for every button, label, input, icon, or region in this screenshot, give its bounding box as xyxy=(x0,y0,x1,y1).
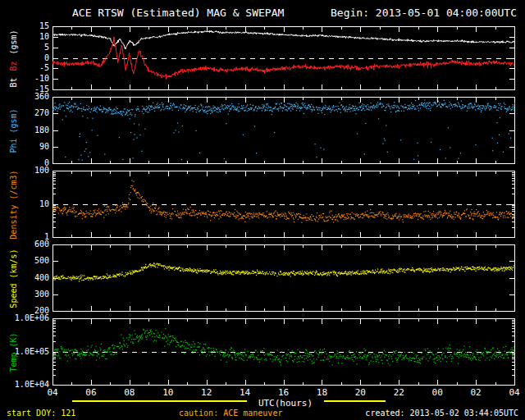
x-tick-label: 12 xyxy=(197,388,217,398)
x-tick-label: 04 xyxy=(504,388,524,398)
panel-ylabel: Temp (K) xyxy=(2,318,25,386)
panel-ylabel: Phi (gsm) xyxy=(2,97,25,164)
panel-ylabel-part: (gsm) xyxy=(9,30,18,54)
panel-ylabel-part: Speed (km/s) xyxy=(9,249,18,308)
x-tick-label: 10 xyxy=(158,388,178,398)
panel-ylabel: Speed (km/s) xyxy=(2,244,25,312)
panel-density-canvas xyxy=(52,171,515,238)
x-tick-label: 14 xyxy=(235,388,255,398)
x-tick-label: 08 xyxy=(120,388,139,398)
footer-start-doy: start DOY: 121 xyxy=(7,409,75,418)
panel-ylabel-part: Phi (gsm) xyxy=(9,108,18,153)
x-tick-label: 22 xyxy=(389,388,409,398)
x-tick-label: 00 xyxy=(427,388,447,398)
maneuver-bar xyxy=(72,400,386,402)
panel-ylabel-part: Bt xyxy=(9,77,18,87)
x-tick-label: 04 xyxy=(43,388,62,398)
panel-ylabel-text: Density (/cm3) xyxy=(9,170,18,239)
panel-mag-canvas xyxy=(52,26,515,90)
footer-created: created: 2013-05-02 03:44:05UTC xyxy=(365,409,518,418)
panel-ylabel-part: Density (/cm3) xyxy=(9,170,18,239)
x-axis-label: UTC(hours) xyxy=(247,398,324,409)
x-tick-label: 16 xyxy=(274,388,294,398)
panel-ylabel: Density (/cm3) xyxy=(2,171,25,238)
x-tick-label: 18 xyxy=(312,388,331,398)
panel-temp-canvas xyxy=(52,318,515,386)
panel-ylabel: BtBz(gsm) xyxy=(2,26,25,90)
ace-rtsw-plot: ACE RTSW (Estimated) MAG & SWEPAM Begin:… xyxy=(0,0,525,420)
panel-speed-canvas xyxy=(52,244,515,312)
x-tick-label: 20 xyxy=(350,388,370,398)
panel-ylabel-text: Temp (K) xyxy=(9,332,18,372)
panel-ylabel-part: Bz xyxy=(9,61,18,71)
x-tick-label: 02 xyxy=(466,388,486,398)
panel-phi-canvas xyxy=(52,97,515,164)
panel-ylabel-part: Temp (K) xyxy=(9,332,18,372)
x-tick-label: 06 xyxy=(81,388,101,398)
footer-caution: caution: ACE maneuver xyxy=(179,409,282,418)
panel-ylabel-text: Phi (gsm) xyxy=(9,108,18,153)
panel-ylabel-text: BtBz(gsm) xyxy=(9,30,18,87)
plot-area: 151050-5-10-15BtBz(gsm)360270180900Phi (… xyxy=(0,0,525,420)
panel-ylabel-text: Speed (km/s) xyxy=(9,249,18,308)
